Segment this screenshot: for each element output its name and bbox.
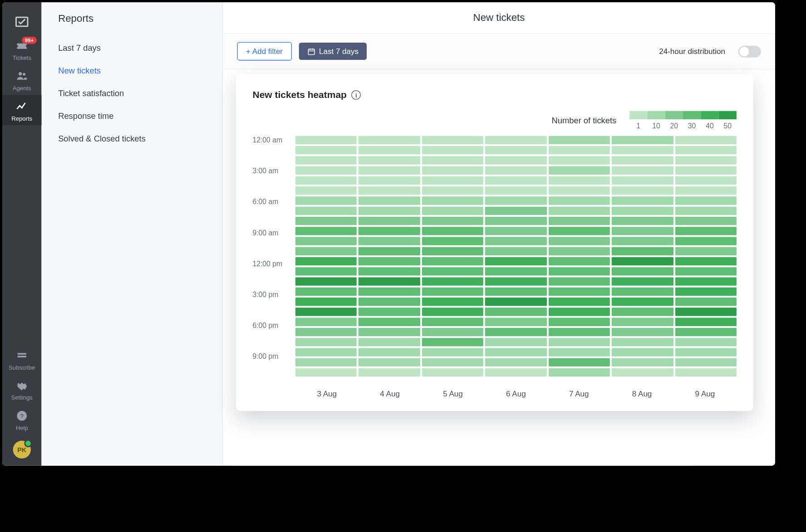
heatmap-cell[interactable]: [422, 328, 484, 336]
heatmap-cell[interactable]: [295, 267, 357, 275]
heatmap-cell[interactable]: [359, 156, 420, 164]
heatmap-cell[interactable]: [295, 227, 357, 235]
heatmap-cell[interactable]: [549, 318, 610, 326]
heatmap-cell[interactable]: [295, 278, 357, 286]
heatmap-cell[interactable]: [295, 196, 357, 205]
heatmap-cell[interactable]: [485, 176, 546, 185]
heatmap-cell[interactable]: [422, 176, 484, 185]
heatmap-cell[interactable]: [359, 207, 420, 215]
heatmap-cell[interactable]: [485, 156, 546, 164]
heatmap-cell[interactable]: [422, 217, 484, 225]
heatmap-cell[interactable]: [422, 348, 484, 356]
heatmap-cell[interactable]: [359, 318, 420, 326]
heatmap-cell[interactable]: [359, 146, 420, 154]
heatmap-cell[interactable]: [485, 186, 546, 195]
heatmap-cell[interactable]: [549, 136, 610, 144]
heatmap-cell[interactable]: [675, 348, 737, 356]
heatmap-cell[interactable]: [675, 278, 737, 286]
heatmap-cell[interactable]: [675, 318, 737, 326]
heatmap-cell[interactable]: [359, 267, 420, 275]
heatmap-cell[interactable]: [422, 278, 484, 286]
heatmap-cell[interactable]: [612, 307, 673, 316]
heatmap-cell[interactable]: [295, 186, 357, 195]
heatmap-cell[interactable]: [422, 318, 484, 326]
heatmap-cell[interactable]: [549, 368, 610, 376]
heatmap-cell[interactable]: [549, 227, 610, 235]
avatar[interactable]: PK: [13, 441, 31, 459]
heatmap-cell[interactable]: [549, 267, 610, 275]
heatmap-cell[interactable]: [675, 176, 737, 185]
heatmap-cell[interactable]: [675, 307, 737, 316]
heatmap-cell[interactable]: [359, 186, 420, 195]
app-logo[interactable]: [2, 10, 41, 34]
heatmap-cell[interactable]: [612, 257, 673, 265]
heatmap-cell[interactable]: [675, 136, 737, 144]
nav-tickets[interactable]: Tickets 99+: [2, 34, 41, 65]
heatmap-cell[interactable]: [295, 368, 357, 376]
heatmap-cell[interactable]: [295, 237, 357, 245]
heatmap-cell[interactable]: [359, 257, 420, 265]
heatmap-cell[interactable]: [549, 288, 610, 296]
heatmap-cell[interactable]: [359, 136, 420, 144]
heatmap-cell[interactable]: [295, 288, 357, 296]
heatmap-cell[interactable]: [485, 278, 546, 286]
heatmap-cell[interactable]: [675, 227, 737, 235]
heatmap-cell[interactable]: [485, 298, 546, 306]
heatmap-cell[interactable]: [675, 186, 737, 195]
heatmap-cell[interactable]: [549, 358, 610, 366]
heatmap-cell[interactable]: [612, 278, 673, 286]
heatmap-cell[interactable]: [612, 176, 673, 185]
heatmap-cell[interactable]: [422, 267, 484, 275]
sidebar-item-new-tickets[interactable]: New tickets: [41, 59, 222, 82]
heatmap-cell[interactable]: [549, 247, 610, 255]
heatmap-cell[interactable]: [485, 146, 546, 154]
heatmap-cell[interactable]: [675, 257, 737, 265]
heatmap-cell[interactable]: [359, 237, 420, 245]
heatmap-cell[interactable]: [612, 318, 673, 326]
distribution-toggle[interactable]: [738, 45, 761, 57]
heatmap-cell[interactable]: [675, 267, 737, 275]
heatmap-cell[interactable]: [485, 217, 546, 225]
heatmap-cell[interactable]: [485, 207, 546, 215]
heatmap-cell[interactable]: [612, 237, 673, 245]
heatmap-cell[interactable]: [359, 298, 420, 306]
heatmap-cell[interactable]: [295, 318, 357, 326]
heatmap-cell[interactable]: [485, 358, 546, 366]
heatmap-cell[interactable]: [295, 166, 357, 175]
heatmap-cell[interactable]: [359, 166, 420, 175]
heatmap-cell[interactable]: [422, 257, 484, 265]
heatmap-cell[interactable]: [422, 288, 484, 296]
heatmap-cell[interactable]: [612, 368, 673, 376]
heatmap-cell[interactable]: [485, 318, 546, 326]
heatmap-cell[interactable]: [675, 196, 737, 205]
heatmap-cell[interactable]: [485, 307, 546, 316]
heatmap-cell[interactable]: [549, 338, 610, 346]
heatmap-cell[interactable]: [295, 298, 357, 306]
heatmap-cell[interactable]: [359, 247, 420, 255]
heatmap-cell[interactable]: [295, 257, 357, 265]
heatmap-cell[interactable]: [549, 237, 610, 245]
heatmap-cell[interactable]: [485, 247, 546, 255]
heatmap-cell[interactable]: [612, 267, 673, 275]
heatmap-cell[interactable]: [675, 237, 737, 245]
heatmap-cell[interactable]: [359, 196, 420, 205]
heatmap-cell[interactable]: [485, 257, 546, 265]
heatmap-cell[interactable]: [295, 156, 357, 164]
heatmap-cell[interactable]: [485, 166, 546, 175]
heatmap-cell[interactable]: [295, 338, 357, 346]
heatmap-cell[interactable]: [359, 307, 420, 316]
heatmap-cell[interactable]: [675, 166, 737, 175]
sidebar-item-last7[interactable]: Last 7 days: [41, 37, 222, 59]
heatmap-cell[interactable]: [422, 156, 484, 164]
sidebar-item-satisfaction[interactable]: Ticket satisfaction: [41, 82, 222, 105]
heatmap-cell[interactable]: [549, 257, 610, 265]
heatmap-cell[interactable]: [485, 227, 546, 235]
heatmap-cell[interactable]: [549, 196, 610, 205]
heatmap-cell[interactable]: [612, 156, 673, 164]
heatmap-cell[interactable]: [549, 217, 610, 225]
heatmap-cell[interactable]: [612, 136, 673, 144]
heatmap-cell[interactable]: [675, 247, 737, 255]
heatmap-cell[interactable]: [295, 136, 357, 144]
heatmap-cell[interactable]: [422, 298, 484, 306]
heatmap-cell[interactable]: [549, 186, 610, 195]
